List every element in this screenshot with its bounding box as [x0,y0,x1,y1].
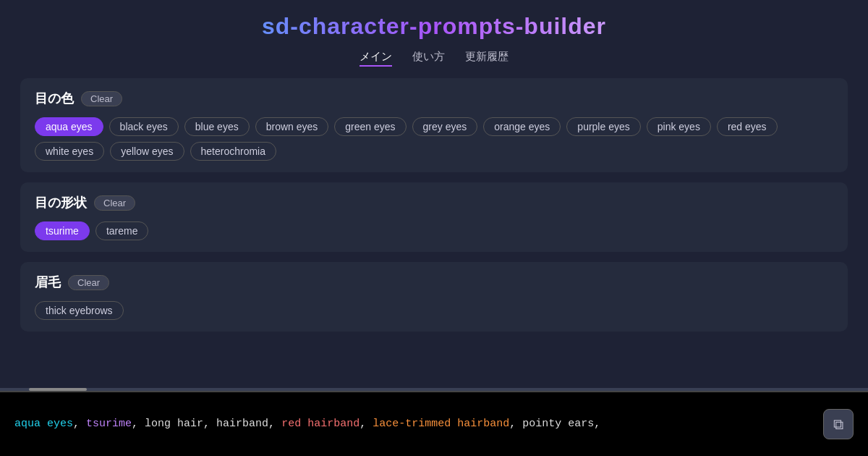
tag-thick-eyebrows[interactable]: thick eyebrows [35,301,124,320]
tag-black-eyes[interactable]: black eyes [109,117,179,136]
main-content: 目の色 Clear aqua eyes black eyes blue eyes… [0,74,868,407]
prompt-part-long-hair: long hair [145,418,203,430]
copy-button[interactable]: ⧉ [823,409,854,439]
eyebrows-clear-button[interactable]: Clear [68,275,109,290]
tag-yellow-eyes[interactable]: yellow eyes [110,142,184,161]
tag-red-eyes[interactable]: red eyes [717,117,778,136]
copy-icon: ⧉ [833,416,843,433]
header: sd-character-prompts-builder メイン 使い方 更新履… [0,0,868,74]
eye-color-clear-button[interactable]: Clear [81,91,122,106]
tag-white-eyes[interactable]: white eyes [35,142,104,161]
prompt-part-hairband: hairband [216,418,268,430]
tag-brown-eyes[interactable]: brown eyes [255,117,329,136]
tag-tsurime[interactable]: tsurime [35,221,90,240]
section-eye-shape-header: 目の形状 Clear [35,194,833,211]
nav-bar: メイン 使い方 更新履歴 [0,46,868,74]
eye-color-title: 目の色 [35,90,74,107]
prompt-part-pointy-ears: pointy ears [522,418,594,430]
section-eyebrows-header: 眉毛 Clear [35,274,833,291]
eye-shape-title: 目の形状 [35,194,87,211]
prompt-part-red-hairband: red hairband [281,418,359,430]
nav-item-main[interactable]: メイン [359,50,392,67]
eyebrows-tags: thick eyebrows [35,301,833,320]
section-eye-shape: 目の形状 Clear tsurime tareme [20,182,848,252]
prompt-display: aqua eyes, tsurime, long hair, hairband,… [14,415,814,433]
tag-green-eyes[interactable]: green eyes [334,117,406,136]
tag-aqua-eyes[interactable]: aqua eyes [35,117,103,136]
prompt-part-tsurime: tsurime [86,418,132,430]
eye-color-tags: aqua eyes black eyes blue eyes brown eye… [35,117,833,161]
tag-heterochromia[interactable]: heterochromia [190,142,277,161]
eyebrows-title: 眉毛 [35,274,61,291]
eye-shape-tags: tsurime tareme [35,221,833,240]
tag-grey-eyes[interactable]: grey eyes [412,117,478,136]
tag-pink-eyes[interactable]: pink eyes [647,117,711,136]
prompt-part-aqua-eyes: aqua eyes [14,418,73,430]
tag-purple-eyes[interactable]: purple eyes [566,117,640,136]
section-eye-color: 目の色 Clear aqua eyes black eyes blue eyes… [20,78,848,172]
section-eyebrows: 眉毛 Clear thick eyebrows [20,262,848,332]
tag-blue-eyes[interactable]: blue eyes [184,117,250,136]
nav-item-history[interactable]: 更新履歴 [465,50,509,67]
page-title: sd-character-prompts-builder [0,13,868,40]
prompt-part-lace-hairband: lace-trimmed hairband [373,418,509,430]
section-eye-color-header: 目の色 Clear [35,90,833,107]
tag-orange-eyes[interactable]: orange eyes [483,117,561,136]
eye-shape-clear-button[interactable]: Clear [94,195,135,211]
tag-tareme[interactable]: tareme [95,221,149,240]
nav-item-usage[interactable]: 使い方 [412,50,445,67]
bottom-bar: aqua eyes, tsurime, long hair, hairband,… [0,391,868,456]
